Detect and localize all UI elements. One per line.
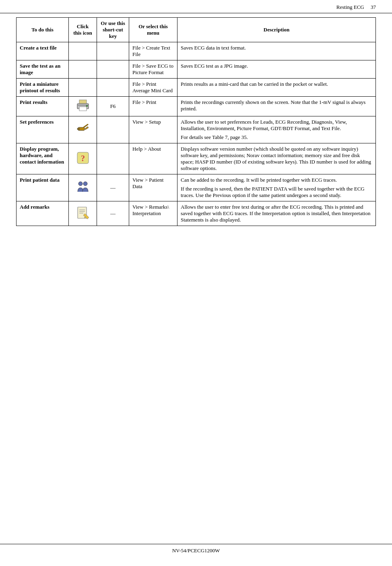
cell-desc: Prints the recordings currently shown on… <box>177 97 376 116</box>
page-footer: NV-54/PCECG1200W <box>0 544 392 554</box>
cell-todo: Set preferences <box>17 116 69 143</box>
cell-shortcut: — <box>97 174 129 201</box>
table-row: Display program, hardware, and contact i… <box>17 143 376 174</box>
cell-shortcut <box>97 42 129 60</box>
cell-shortcut <box>97 79 129 97</box>
table-row: Create a text fileFile > Create Text Fil… <box>17 42 376 60</box>
cell-icon <box>69 116 97 143</box>
main-content: To do this Click this icon Or use this s… <box>0 13 392 226</box>
svg-text:?: ? <box>81 154 85 163</box>
cell-desc: Allows the user to enter free text durin… <box>177 201 376 226</box>
cell-icon <box>69 97 97 116</box>
cell-icon <box>69 42 97 60</box>
col-header-shortcut: Or use this short-cut key <box>97 18 129 42</box>
cell-icon: ? <box>69 143 97 174</box>
reference-table: To do this Click this icon Or use this s… <box>16 17 376 226</box>
cell-todo: Add remarks <box>17 201 69 226</box>
table-row: Print results F6File > PrintPrints the r… <box>17 97 376 116</box>
cell-todo: Save the test as an image <box>17 60 69 79</box>
table-row: Add remarks —View > Remarks\ Interpretat… <box>17 201 376 226</box>
table-row: Set preferences View > SetupAllows the u… <box>17 116 376 143</box>
col-header-desc: Description <box>177 18 376 42</box>
cell-desc: Allows the user to set preferences for L… <box>177 116 376 143</box>
cell-shortcut <box>97 60 129 79</box>
cell-icon <box>69 174 97 201</box>
cell-todo: Print results <box>17 97 69 116</box>
header-title: Resting ECG <box>336 4 364 10</box>
cell-todo: Create a text file <box>17 42 69 60</box>
cell-menu: File > Create Text File <box>129 42 177 60</box>
cell-menu: File > Print Average Mini Card <box>129 79 177 97</box>
cell-icon <box>69 201 97 226</box>
cell-desc: Saves ECG test as a JPG image. <box>177 60 376 79</box>
cell-menu: View > Remarks\ Interpretation <box>129 201 177 226</box>
table-row: Save the test as an imageFile > Save ECG… <box>17 60 376 79</box>
footer-text: NV-54/PCECG1200W <box>172 547 220 554</box>
col-header-menu: Or select this menu <box>129 18 177 42</box>
cell-shortcut <box>97 143 129 174</box>
col-header-todo: To do this <box>17 18 69 42</box>
cell-icon <box>69 60 97 79</box>
cell-todo: Print a miniature printout of results <box>17 79 69 97</box>
cell-menu: View > Setup <box>129 116 177 143</box>
cell-shortcut: F6 <box>97 97 129 116</box>
cell-menu: File > Save ECG to Picture Format <box>129 60 177 79</box>
table-row: Print patient data —View > Patient DataC… <box>17 174 376 201</box>
cell-desc: Can be added to the recording. It will b… <box>177 174 376 201</box>
cell-desc: Displays software version number (which … <box>177 143 376 174</box>
cell-menu: File > Print <box>129 97 177 116</box>
cell-desc: Prints results as a mini-card that can b… <box>177 79 376 97</box>
svg-point-4 <box>86 105 88 107</box>
svg-point-11 <box>78 182 83 186</box>
page-header: Resting ECG 37 <box>0 0 392 13</box>
col-header-icon: Click this icon <box>69 18 97 42</box>
table-row: Print a miniature printout of resultsFil… <box>17 79 376 97</box>
svg-rect-7 <box>77 128 80 130</box>
cell-shortcut <box>97 116 129 143</box>
svg-rect-2 <box>79 107 87 111</box>
cell-desc: Saves ECG data in text format. <box>177 42 376 60</box>
cell-todo: Print patient data <box>17 174 69 201</box>
cell-todo: Display program, hardware, and contact i… <box>17 143 69 174</box>
cell-shortcut: — <box>97 201 129 226</box>
table-header-row: To do this Click this icon Or use this s… <box>17 18 376 42</box>
svg-point-12 <box>83 182 87 186</box>
cell-icon <box>69 79 97 97</box>
page-number: 37 <box>371 4 376 10</box>
cell-menu: View > Patient Data <box>129 174 177 201</box>
cell-menu: Help > About <box>129 143 177 174</box>
